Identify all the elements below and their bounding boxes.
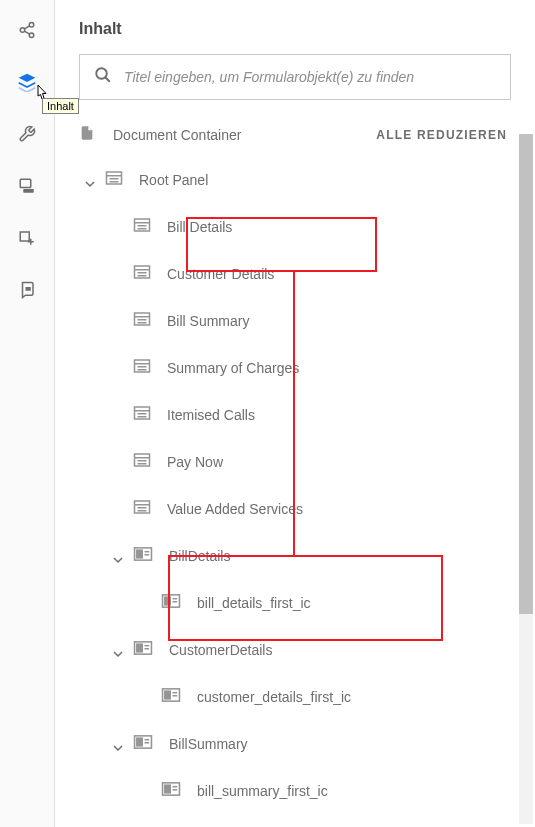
tree-node-itemised-calls[interactable]: Itemised Calls — [55, 391, 521, 438]
tooltip: Inhalt — [42, 98, 79, 114]
node-label: Bill Summary — [167, 313, 249, 329]
tree-node-customer-details[interactable]: Customer Details — [55, 250, 521, 297]
svg-rect-7 — [23, 189, 34, 193]
svg-rect-45 — [137, 550, 142, 558]
search-icon — [94, 66, 112, 88]
fragment-icon — [133, 640, 153, 660]
layers-icon[interactable] — [17, 72, 37, 92]
svg-rect-57 — [165, 691, 170, 699]
svg-marker-5 — [19, 74, 36, 82]
fragment-icon — [161, 781, 181, 801]
tree-node-billdetails-fragment[interactable]: BillDetails — [55, 532, 521, 579]
node-label: Root Panel — [139, 172, 208, 188]
panel-icon — [133, 311, 151, 331]
node-label: customer_details_first_ic — [197, 689, 351, 705]
panel-title: Inhalt — [55, 0, 535, 54]
node-label: CustomerDetails — [169, 642, 272, 658]
data-icon[interactable] — [17, 280, 37, 300]
main-panel: Inhalt Document Container ALLE REDUZIERE… — [55, 0, 535, 827]
tree-node-summary-charges[interactable]: Summary of Charges — [55, 344, 521, 391]
scrollbar-thumb[interactable] — [519, 134, 533, 614]
tree-node-billsummary-fragment[interactable]: BillSummary — [55, 720, 521, 767]
svg-line-11 — [105, 77, 110, 82]
node-label: Pay Now — [167, 454, 223, 470]
node-label: BillSummary — [169, 736, 248, 752]
svg-rect-8 — [20, 232, 29, 241]
left-rail — [0, 0, 55, 827]
wrench-icon[interactable] — [17, 124, 37, 144]
svg-rect-61 — [137, 738, 142, 746]
document-icon — [79, 124, 95, 146]
highlight-connector — [293, 272, 295, 555]
tree-node-bill-details[interactable]: Bill Details — [55, 203, 521, 250]
tree-node-bill-details-first-ic[interactable]: bill_details_first_ic — [55, 579, 521, 626]
node-label: bill_summary_first_ic — [197, 783, 328, 799]
svg-rect-6 — [20, 179, 31, 187]
chevron-down-icon[interactable] — [113, 551, 123, 561]
panel-icon — [133, 405, 151, 425]
search-box[interactable] — [79, 54, 511, 100]
chevron-down-icon[interactable] — [113, 739, 123, 749]
tree-node-root-panel[interactable]: Root Panel — [55, 156, 521, 203]
tree-node-pay-now[interactable]: Pay Now — [55, 438, 521, 485]
tree-node-bill-summary[interactable]: Bill Summary — [55, 297, 521, 344]
node-label: Customer Details — [167, 266, 274, 282]
tree-header: Document Container ALLE REDUZIEREN — [55, 118, 521, 156]
node-label: Value Added Services — [167, 501, 303, 517]
tree-node-customerdetails-fragment[interactable]: CustomerDetails — [55, 626, 521, 673]
panel-icon — [133, 499, 151, 519]
fragment-icon — [161, 593, 181, 613]
tree-node-value-added[interactable]: Value Added Services — [55, 485, 521, 532]
node-label: Itemised Calls — [167, 407, 255, 423]
svg-point-1 — [20, 28, 25, 33]
collapse-all-button[interactable]: ALLE REDUZIEREN — [376, 128, 507, 142]
node-label: Bill Details — [167, 219, 232, 235]
svg-rect-53 — [137, 644, 142, 652]
panel-icon — [105, 170, 123, 190]
chevron-down-icon[interactable] — [85, 175, 95, 185]
node-label: Summary of Charges — [167, 360, 299, 376]
svg-line-3 — [24, 31, 29, 34]
svg-point-2 — [29, 33, 34, 38]
add-content-icon[interactable] — [17, 228, 37, 248]
panel-icon — [133, 217, 151, 237]
svg-rect-9 — [26, 287, 31, 291]
fragment-icon — [161, 687, 181, 707]
tree-node-customer-details-first-ic[interactable]: customer_details_first_ic — [55, 673, 521, 720]
tree-node-bill-summary-first-ic[interactable]: bill_summary_first_ic — [55, 767, 521, 814]
svg-rect-65 — [165, 785, 170, 793]
chevron-down-icon[interactable] — [113, 645, 123, 655]
node-label: BillDetails — [169, 548, 230, 564]
svg-point-10 — [96, 68, 107, 79]
fragment-icon — [133, 546, 153, 566]
svg-point-0 — [29, 23, 34, 28]
panel-icon — [133, 264, 151, 284]
tree-header-title: Document Container — [113, 127, 376, 143]
assets-icon[interactable] — [17, 176, 37, 196]
panel-icon — [133, 452, 151, 472]
node-label: bill_details_first_ic — [197, 595, 311, 611]
panel-icon — [133, 358, 151, 378]
svg-rect-49 — [165, 597, 170, 605]
fragment-icon — [133, 734, 153, 754]
search-input[interactable] — [124, 69, 496, 85]
svg-line-4 — [24, 26, 29, 29]
share-icon[interactable] — [17, 20, 37, 40]
